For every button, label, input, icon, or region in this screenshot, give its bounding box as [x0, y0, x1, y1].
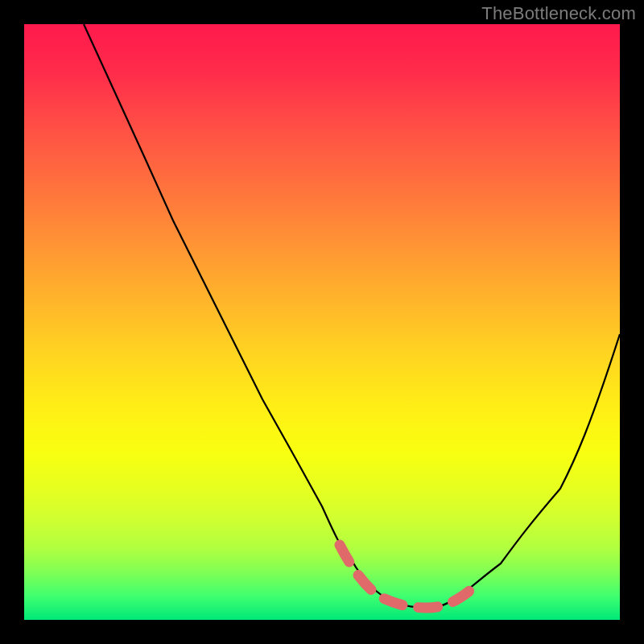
watermark-text: TheBottleneck.com — [481, 3, 636, 24]
bottleneck-curve — [84, 24, 620, 608]
plot-area — [24, 24, 620, 620]
optimal-zone-highlight — [340, 545, 479, 608]
curve-svg — [24, 24, 620, 620]
chart-frame: TheBottleneck.com — [0, 0, 644, 644]
